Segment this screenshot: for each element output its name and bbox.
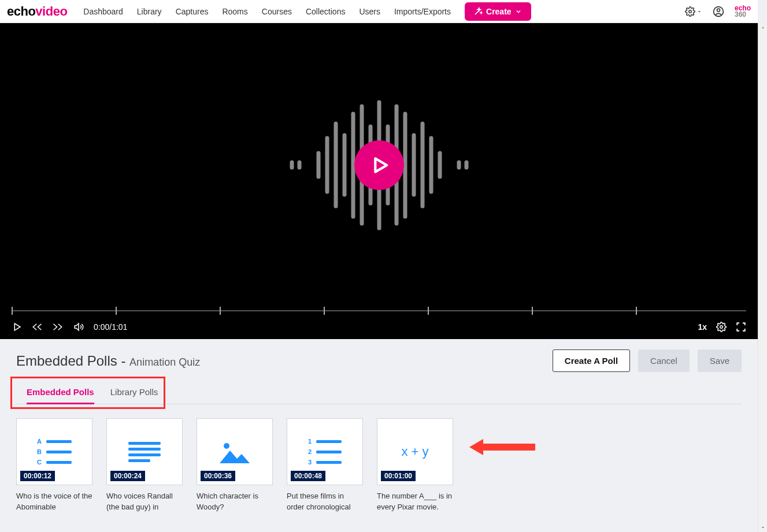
poll-cards: A B C 00:00:12 Who is the voice of the A…: [0, 404, 758, 527]
volume-icon: [73, 322, 84, 332]
logo-part2: video: [35, 4, 67, 18]
tab-library-polls[interactable]: Library Polls: [110, 385, 158, 404]
player-settings[interactable]: [716, 322, 727, 332]
timestamp-badge: 00:00:12: [20, 471, 55, 481]
panel-title: Embedded Polls - Animation Quiz: [16, 353, 200, 369]
gear-icon: [685, 6, 695, 17]
poll-card[interactable]: x + y 00:01:00 The number A___ is in eve…: [377, 418, 453, 513]
video-player: 0:00/1:01 1x: [0, 23, 758, 339]
create-label: Create: [486, 7, 512, 16]
timestamp-badge: 00:00:24: [110, 471, 145, 481]
svg-point-4: [224, 443, 229, 449]
polls-panel: Embedded Polls - Animation Quiz Create A…: [0, 339, 758, 404]
user-circle-icon: [713, 6, 724, 17]
gear-icon: [716, 322, 727, 332]
nav-library[interactable]: Library: [137, 7, 162, 16]
create-poll-button[interactable]: Create A Poll: [553, 349, 630, 372]
chevron-down-icon: [515, 8, 522, 15]
nav-dashboard[interactable]: Dashboard: [83, 7, 123, 16]
poll-card[interactable]: 00:00:24 Who voices Randall (the bad guy…: [106, 418, 183, 513]
logo-part1: echo: [7, 4, 35, 18]
timestamp-badge: 00:01:00: [381, 471, 416, 481]
image-icon: [220, 440, 250, 463]
forward-icon: [52, 322, 64, 332]
tab-embedded-polls[interactable]: Embedded Polls: [27, 385, 94, 404]
rewind-icon: [31, 322, 43, 332]
nav-right: echo360: [685, 5, 751, 18]
cancel-button[interactable]: Cancel: [638, 349, 690, 372]
arrow-head-icon: [469, 439, 483, 455]
fullscreen-control[interactable]: [736, 322, 746, 332]
play-button[interactable]: [354, 140, 404, 190]
arrow-shaft: [483, 444, 535, 451]
poll-card[interactable]: 00:00:36 Which character is Woody?: [197, 418, 273, 513]
create-button[interactable]: Create: [465, 2, 531, 21]
nav-imports-exports[interactable]: Imports/Exports: [394, 7, 451, 16]
time-display: 0:00/1:01: [94, 322, 127, 332]
nav-users[interactable]: Users: [359, 7, 380, 16]
forward-control[interactable]: [52, 322, 64, 332]
nav-items: Dashboard Library Captures Rooms Courses…: [83, 2, 685, 21]
poll-thumb: x + y 00:01:00: [377, 418, 453, 485]
caret-down-icon: [760, 524, 766, 530]
poll-thumb: A B C 00:00:12: [16, 418, 92, 485]
panel-subtitle: Animation Quiz: [129, 356, 200, 368]
poll-thumb: 00:00:24: [106, 418, 183, 485]
wand-icon: [474, 7, 483, 16]
timestamp-badge: 00:00:36: [201, 471, 235, 481]
volume-control[interactable]: [73, 322, 84, 332]
play-control[interactable]: [12, 322, 22, 332]
poll-thumb: 00:00:36: [197, 418, 273, 485]
save-button[interactable]: Save: [698, 349, 742, 372]
brand-logo[interactable]: echovideo: [7, 4, 67, 19]
poll-caption: Who is the voice of the Abominable: [16, 491, 92, 513]
nav-rooms[interactable]: Rooms: [222, 7, 247, 16]
player-controls: 0:00/1:01 1x: [0, 315, 758, 339]
poll-thumb: 1 2 3 00:00:48: [287, 418, 363, 485]
caret-up-icon: [760, 25, 766, 31]
player-stage[interactable]: [0, 23, 758, 307]
progress-track[interactable]: [0, 307, 758, 315]
rewind-control[interactable]: [31, 322, 43, 332]
settings-menu[interactable]: [685, 6, 702, 17]
play-small-icon: [12, 322, 22, 332]
short-answer-icon: [128, 442, 161, 462]
annotation-arrow: [469, 439, 535, 455]
play-icon: [368, 154, 391, 177]
polls-tabs: Embedded Polls Library Polls: [16, 385, 742, 404]
scroll-up-button[interactable]: [758, 23, 767, 32]
poll-caption: Who voices Randall (the bad guy) in: [106, 491, 183, 513]
poll-caption: The number A___ is in every Pixar movie.: [377, 491, 453, 513]
speed-control[interactable]: 1x: [698, 322, 707, 332]
scroll-down-button[interactable]: [758, 523, 767, 532]
multiple-choice-icon: A B C: [37, 438, 72, 466]
nav-courses[interactable]: Courses: [262, 7, 292, 16]
vertical-scrollbar[interactable]: [758, 23, 767, 532]
top-nav: echovideo Dashboard Library Captures Roo…: [0, 0, 758, 23]
account-button[interactable]: [713, 6, 724, 17]
echo360-logo[interactable]: echo360: [735, 5, 751, 18]
poll-caption: Which character is Woody?: [197, 491, 273, 513]
nav-captures[interactable]: Captures: [176, 7, 209, 16]
timestamp-badge: 00:00:48: [291, 471, 325, 481]
formula-icon: x + y: [401, 444, 428, 459]
poll-card[interactable]: 1 2 3 00:00:48 Put these films in order …: [287, 418, 363, 513]
nav-collections[interactable]: Collections: [306, 7, 345, 16]
fullscreen-icon: [736, 322, 746, 332]
poll-caption: Put these films in order chronological: [287, 491, 363, 513]
caret-down-icon: [696, 9, 702, 14]
svg-point-0: [689, 10, 692, 13]
svg-point-3: [720, 326, 723, 329]
panel-header: Embedded Polls - Animation Quiz Create A…: [16, 349, 742, 372]
ordering-icon: 1 2 3: [308, 438, 342, 466]
panel-actions: Create A Poll Cancel Save: [553, 349, 742, 372]
svg-point-2: [717, 9, 720, 12]
poll-card[interactable]: A B C 00:00:12 Who is the voice of the A…: [16, 418, 92, 513]
